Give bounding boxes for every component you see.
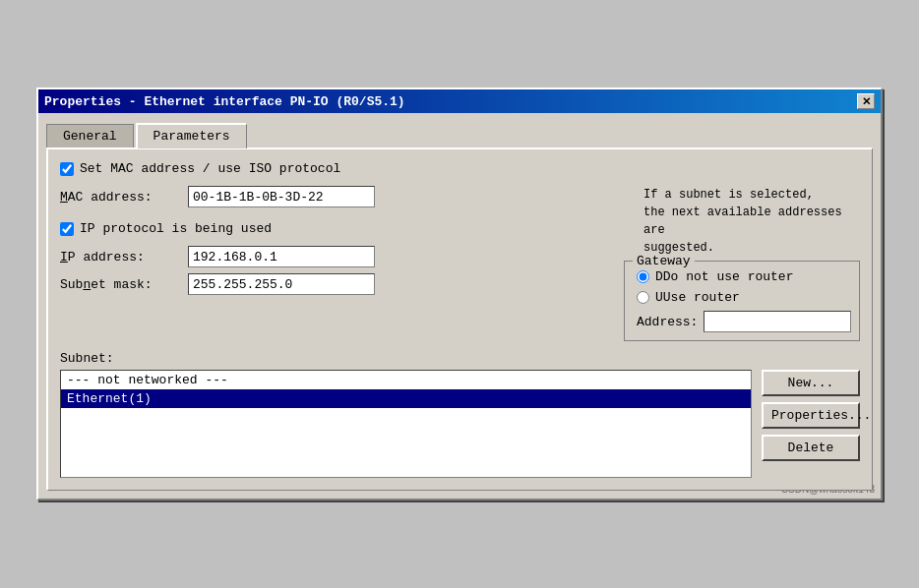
dialog-body: General Parameters Set MAC address / use… [38, 113, 881, 499]
subnet-item-ethernet1[interactable]: Ethernet(1) [61, 389, 751, 408]
title-bar: Properties - Ethernet interface PN-IO (R… [38, 89, 881, 113]
gateway-legend: Gateway [633, 254, 695, 268]
mac-checkbox-label[interactable]: Set MAC address / use ISO protocol [60, 161, 340, 176]
subnet-listbox[interactable]: --- not networked --- Ethernet(1) [60, 370, 752, 478]
ip-field-row: IP address: [60, 246, 612, 267]
mac-checkbox[interactable] [60, 162, 74, 176]
subnet-list-section: --- not networked --- Ethernet(1) New...… [60, 370, 860, 478]
subnet-label: Subnet: [60, 351, 860, 366]
use-router-radio-label[interactable]: UUse router [637, 290, 847, 305]
gateway-group: Gateway DDo not use router UUse router A… [624, 261, 860, 341]
properties-button[interactable]: Properties... [762, 402, 860, 429]
subnet-buttons: New... Properties... Delete [762, 370, 860, 461]
tab-general[interactable]: General [46, 124, 134, 147]
gateway-address-input[interactable] [704, 311, 851, 332]
subnet-mask-label: Subnet mask: [60, 277, 188, 292]
close-button[interactable]: ✕ [857, 93, 875, 109]
ip-checkbox-label[interactable]: IP protocol is being used [60, 221, 272, 236]
subnet-mask-row: Subnet mask: [60, 273, 612, 295]
subnet-item-not-networked[interactable]: --- not networked --- [61, 371, 751, 389]
content-panel: Set MAC address / use ISO protocol MAC a… [46, 147, 873, 491]
use-router-radio[interactable] [637, 291, 649, 304]
subnet-mask-input[interactable] [188, 273, 375, 295]
mac-address-label: MAC address: [60, 190, 188, 205]
tab-parameters[interactable]: Parameters [136, 123, 247, 148]
tab-bar: General Parameters [46, 121, 873, 147]
subnet-section: Subnet: --- not networked --- Ethernet(1… [60, 351, 860, 478]
address-label: Address: [637, 315, 698, 329]
delete-button[interactable]: Delete [762, 435, 860, 461]
no-router-radio-label[interactable]: DDo not use router [637, 269, 847, 284]
info-text: If a subnet is selected, the next availa… [643, 186, 860, 257]
mac-address-input[interactable] [188, 186, 375, 207]
ip-address-label: IP address: [60, 250, 188, 265]
new-button[interactable]: New... [762, 370, 860, 396]
ip-address-input[interactable] [188, 246, 375, 267]
dialog-window: Properties - Ethernet interface PN-IO (R… [36, 88, 883, 500]
window-title: Properties - Ethernet interface PN-IO (R… [44, 94, 405, 109]
no-router-radio[interactable] [637, 270, 649, 283]
main-content: MAC address: IP protocol is being used [60, 186, 860, 341]
gateway-address-row: Address: [637, 311, 847, 332]
left-panel: MAC address: IP protocol is being used [60, 186, 612, 341]
mac-checkbox-row: Set MAC address / use ISO protocol [60, 161, 860, 176]
right-panel: If a subnet is selected, the next availa… [624, 186, 860, 341]
ip-checkbox-row: IP protocol is being used [60, 221, 612, 236]
mac-field-row: MAC address: [60, 186, 612, 207]
ip-checkbox[interactable] [60, 222, 74, 236]
